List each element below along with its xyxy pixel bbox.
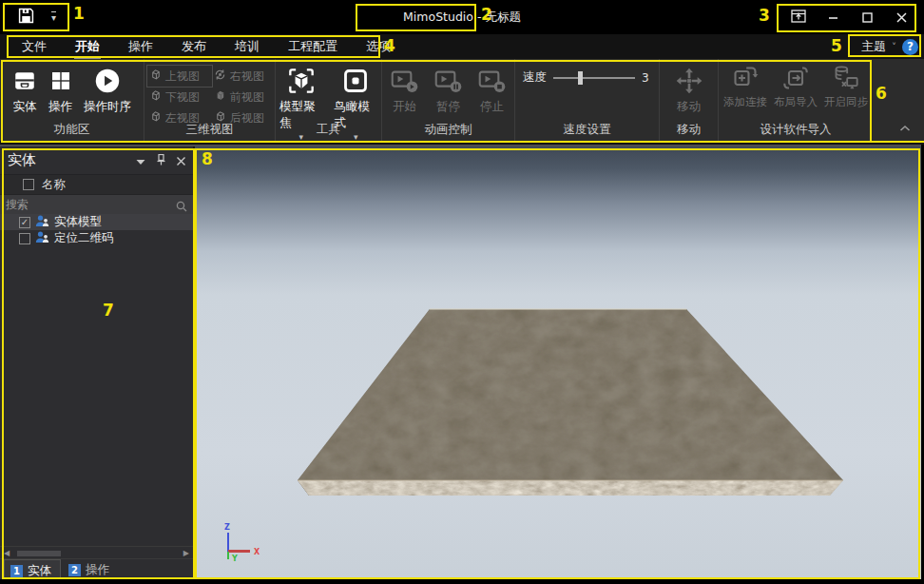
checkbox-unchecked[interactable]	[19, 233, 30, 244]
group-people-icon	[35, 231, 49, 246]
tab-entity-label: 实体	[28, 563, 51, 579]
model-focus-icon	[288, 67, 315, 95]
right-view-label: 右视图	[230, 68, 264, 85]
help-button[interactable]: ?	[902, 39, 918, 55]
tab-operation[interactable]: 2 操作	[63, 559, 118, 582]
axis-gizmo: Z X Y	[195, 146, 922, 584]
entity-panel: 实体 名称 ✓ 实体模型	[0, 146, 195, 584]
layout-import-label: 布局导入	[774, 95, 818, 109]
tree-item-entity-model[interactable]: ✓ 实体模型	[0, 214, 193, 230]
tab-entity[interactable]: 1 实体	[4, 559, 61, 583]
ribbon-group-speed: 速度 3 速度设置	[515, 59, 660, 141]
window-controls	[781, 4, 918, 30]
tab-badge-2: 2	[68, 564, 81, 576]
theme-selector[interactable]: 主题	[861, 38, 886, 55]
cube-icon	[149, 89, 162, 105]
sync-database-icon	[833, 64, 859, 92]
anim-stop-label: 停止	[480, 99, 504, 115]
ribbon-collapse-button[interactable]	[899, 118, 911, 136]
ribbon-group-tools: 模型聚焦 ▾ 鸟瞰模式 ▾ 工具	[276, 59, 382, 141]
rotate-cube-icon	[214, 68, 226, 84]
horizontal-scrollbar[interactable]: ◀ ▶	[0, 546, 193, 559]
move-arrows-icon	[674, 67, 704, 95]
birdseye-mode-icon	[342, 67, 369, 95]
ribbon-group-3d-view: 上视图 右视图 下视图 前视图 左视图	[144, 59, 276, 141]
tab-operation-label: 操作	[86, 562, 109, 578]
menubar: 文件 开始 操作 发布 培训 工程配置 选项 主题 ˅ ?	[0, 34, 924, 59]
name-header-label: 名称	[42, 177, 66, 193]
operation-button-label: 操作	[48, 99, 72, 115]
panel-menu-caret-icon[interactable]	[136, 151, 145, 169]
menu-item-training[interactable]: 培训	[221, 34, 274, 59]
select-all-checkbox[interactable]	[23, 179, 34, 190]
name-column-header[interactable]: 名称	[0, 174, 193, 195]
entity-button[interactable]: 实体	[9, 64, 41, 118]
layout-import-button[interactable]: 布局导入	[772, 64, 819, 109]
checkbox-checked[interactable]: ✓	[19, 217, 30, 228]
close-icon	[896, 9, 907, 27]
anim-start-button[interactable]: 开始	[386, 68, 424, 115]
top-view-button[interactable]: 上视图	[147, 66, 212, 87]
group-label-tools: 工具	[276, 122, 381, 138]
cube-icon	[214, 89, 226, 105]
minimize-button[interactable]	[816, 4, 850, 30]
add-connection-label: 添加连接	[723, 95, 767, 109]
right-view-button[interactable]: 右视图	[212, 66, 273, 87]
speed-value: 3	[642, 71, 649, 85]
cube-icon	[149, 68, 162, 84]
chevron-down-icon[interactable]: ˅	[892, 42, 896, 52]
tree-item-qr-locate[interactable]: 定位二维码	[0, 230, 193, 246]
pin-icon[interactable]	[157, 151, 165, 169]
titlebar: ▾ MimoStudio - 无标题	[0, 0, 924, 34]
axis-x-label: X	[254, 548, 260, 556]
front-view-button[interactable]: 前视图	[212, 87, 273, 107]
scroll-right-icon[interactable]: ▶	[183, 549, 189, 557]
viewport-3d[interactable]: Z X Y	[195, 146, 924, 584]
tree-item-label: 定位二维码	[54, 230, 114, 246]
operation-button[interactable]: 操作	[45, 64, 76, 118]
speed-slider-label: 速度	[523, 69, 547, 86]
play-circle-icon	[94, 67, 121, 95]
close-button[interactable]	[884, 4, 918, 30]
top-view-label: 上视图	[165, 68, 200, 85]
anim-stop-button[interactable]: 停止	[473, 68, 511, 115]
panel-close-icon[interactable]	[177, 151, 185, 169]
scroll-left-icon[interactable]: ◀	[4, 549, 10, 557]
tree-empty-area	[0, 246, 193, 546]
bottom-view-label: 下视图	[165, 89, 200, 106]
menu-item-publish[interactable]: 发布	[167, 34, 221, 59]
speed-slider[interactable]	[553, 77, 635, 79]
bottom-view-button[interactable]: 下视图	[147, 87, 212, 107]
ribbon-group-animation: 开始 暂停 停止 动画控制	[382, 59, 515, 141]
ribbon-group-move: 移动 移动	[660, 59, 719, 141]
anim-pause-button[interactable]: 暂停	[430, 68, 468, 115]
ribbon-display-icon	[791, 9, 806, 27]
menu-item-project-config[interactable]: 工程配置	[274, 34, 352, 59]
menu-item-options[interactable]: 选项	[352, 34, 405, 59]
ribbon-group-import: 添加连接 布局导入 开启同步 设计软件导入	[719, 59, 873, 141]
group-label-import: 设计软件导入	[719, 122, 873, 138]
speed-slider-handle[interactable]	[578, 71, 583, 85]
menu-item-operation[interactable]: 操作	[114, 34, 167, 59]
ribbon-group-function-area: 实体 操作 操作时序 功能区	[0, 59, 144, 141]
operation-sequence-label: 操作时序	[84, 99, 131, 115]
minimize-icon	[828, 9, 838, 27]
add-connection-button[interactable]: 添加连接	[722, 64, 769, 109]
operation-sequence-button[interactable]: 操作时序	[80, 64, 135, 118]
move-button[interactable]: 移动	[670, 64, 708, 118]
group-label-3d-view: 三维视图	[144, 122, 275, 138]
start-icon	[391, 68, 419, 96]
group-label-animation: 动画控制	[382, 122, 514, 138]
scrollbar-thumb[interactable]	[17, 551, 61, 556]
search-input[interactable]	[0, 195, 193, 214]
start-sync-button[interactable]: 开启同步	[822, 64, 870, 109]
ribbon-display-button[interactable]	[781, 4, 816, 30]
menu-item-file[interactable]: 文件	[8, 34, 61, 59]
group-people-icon	[35, 215, 49, 230]
entity-button-label: 实体	[13, 99, 37, 115]
stop-icon	[478, 68, 507, 96]
menu-item-home[interactable]: 开始	[61, 34, 114, 59]
move-button-label: 移动	[677, 99, 701, 115]
maximize-button[interactable]	[850, 4, 884, 30]
maximize-icon	[862, 9, 873, 27]
